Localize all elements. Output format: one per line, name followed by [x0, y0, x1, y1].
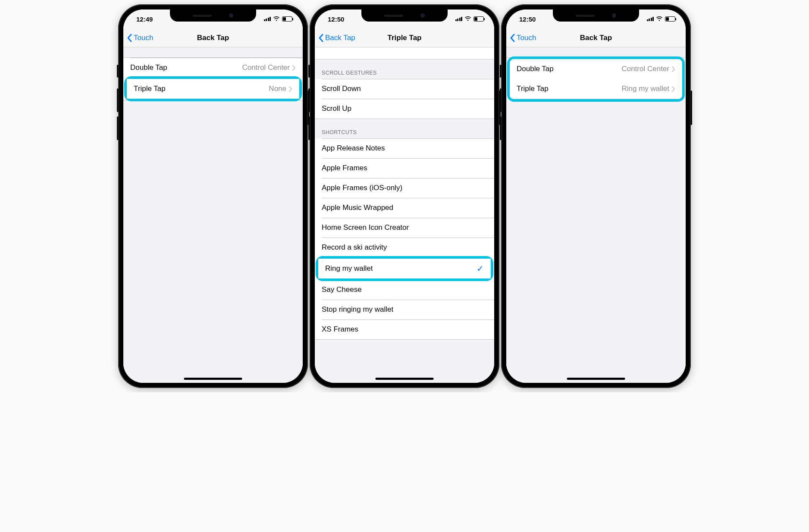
highlight-both-rows: Double Tap Control Center Triple Tap Rin…: [507, 56, 685, 102]
shortcut-row[interactable]: Apple Music Wrapped: [315, 198, 494, 218]
row-value: None: [269, 84, 286, 93]
shortcut-row[interactable]: Record a ski activity: [315, 238, 494, 257]
double-tap-row[interactable]: Double Tap Control Center: [123, 58, 303, 78]
shortcut-row[interactable]: Home Screen Icon Creator: [315, 218, 494, 238]
triple-tap-row[interactable]: Triple Tap None: [127, 79, 299, 99]
home-indicator[interactable]: [184, 378, 242, 380]
status-time: 12:50: [328, 16, 362, 23]
cellular-icon: [264, 17, 271, 21]
status-time: 12:49: [136, 16, 171, 23]
scroll-down-row[interactable]: Scroll Down: [315, 79, 494, 99]
section-header-shortcuts: SHORTCUTS: [315, 119, 494, 138]
back-button[interactable]: Touch: [123, 34, 153, 42]
shortcut-row[interactable]: Stop ringing my wallet: [315, 300, 494, 319]
home-indicator[interactable]: [567, 378, 625, 380]
back-label: Touch: [517, 34, 536, 42]
highlight-triple-tap: Triple Tap None: [124, 76, 302, 101]
phone-frame-3: 12:50 Touch Back Tap Double Tap: [501, 4, 691, 388]
partial-row-zoom[interactable]: Zoom: [315, 47, 494, 59]
shortcut-row[interactable]: App Release Notes: [315, 138, 494, 158]
back-label: Touch: [134, 34, 153, 42]
scrollable-content[interactable]: Zoom SCROLL GESTURES Scroll Down Scroll …: [315, 47, 494, 383]
triple-tap-row[interactable]: Triple Tap Ring my wallet: [510, 79, 682, 99]
section-header-scroll: SCROLL GESTURES: [315, 59, 494, 79]
double-tap-row[interactable]: Double Tap Control Center: [510, 59, 682, 79]
chevron-right-icon: [672, 86, 675, 92]
status-time: 12:50: [519, 16, 554, 23]
back-button[interactable]: Touch: [506, 34, 536, 42]
nav-bar: Back Tap Triple Tap: [315, 28, 494, 47]
row-label: Triple Tap: [517, 84, 549, 93]
nav-bar: Touch Back Tap: [123, 28, 303, 47]
shortcut-row[interactable]: Say Cheese: [315, 280, 494, 300]
scroll-up-row[interactable]: Scroll Up: [315, 99, 494, 119]
checkmark-icon: ✓: [477, 263, 484, 274]
row-value: Control Center: [621, 65, 669, 73]
shortcut-row[interactable]: XS Frames: [315, 319, 494, 339]
wifi-icon: [656, 16, 663, 22]
back-button[interactable]: Back Tap: [315, 34, 355, 42]
shortcut-row[interactable]: Apple Frames (iOS-only): [315, 178, 494, 198]
highlight-ring-my-wallet: Ring my wallet ✓: [316, 256, 493, 281]
battery-icon: [473, 16, 484, 22]
battery-icon: [282, 16, 292, 22]
chevron-right-icon: [672, 66, 675, 72]
chevron-left-icon: [127, 34, 132, 42]
battery-icon: [665, 16, 675, 22]
phone-frame-1: 12:49 Touch Back Tap Double Tap Control …: [118, 4, 308, 388]
wifi-icon: [464, 16, 471, 22]
row-label: Triple Tap: [134, 84, 166, 93]
wifi-icon: [273, 16, 280, 22]
phone-frame-2: 12:50 Back Tap Triple Tap Zoom SCROLL GE…: [310, 4, 499, 388]
cellular-icon: [455, 17, 463, 21]
back-label: Back Tap: [325, 34, 355, 42]
chevron-right-icon: [289, 86, 292, 92]
row-value: Control Center: [242, 63, 290, 72]
chevron-left-icon: [318, 34, 323, 42]
home-indicator[interactable]: [376, 378, 434, 380]
row-value: Ring my wallet: [621, 84, 669, 93]
shortcut-row-selected[interactable]: Ring my wallet ✓: [318, 259, 491, 279]
row-label: Double Tap: [130, 63, 167, 72]
row-label: Double Tap: [517, 65, 554, 73]
chevron-left-icon: [510, 34, 515, 42]
chevron-right-icon: [292, 65, 296, 71]
cellular-icon: [647, 17, 654, 21]
nav-bar: Touch Back Tap: [506, 28, 686, 47]
shortcut-row[interactable]: Apple Frames: [315, 158, 494, 178]
